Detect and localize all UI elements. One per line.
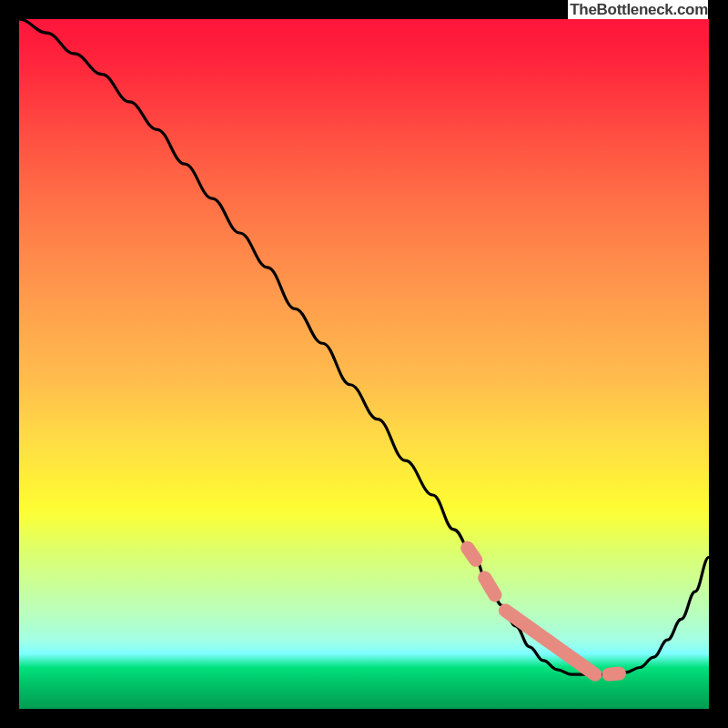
plot-area: [19, 19, 709, 709]
chart-frame: TheBottleneck.com: [0, 0, 728, 728]
attribution-label: TheBottleneck.com: [568, 0, 708, 19]
bottleneck-curve: [19, 19, 709, 674]
curve-svg: [19, 19, 709, 709]
curve-line: [19, 19, 709, 674]
highlight-band: [468, 548, 620, 674]
